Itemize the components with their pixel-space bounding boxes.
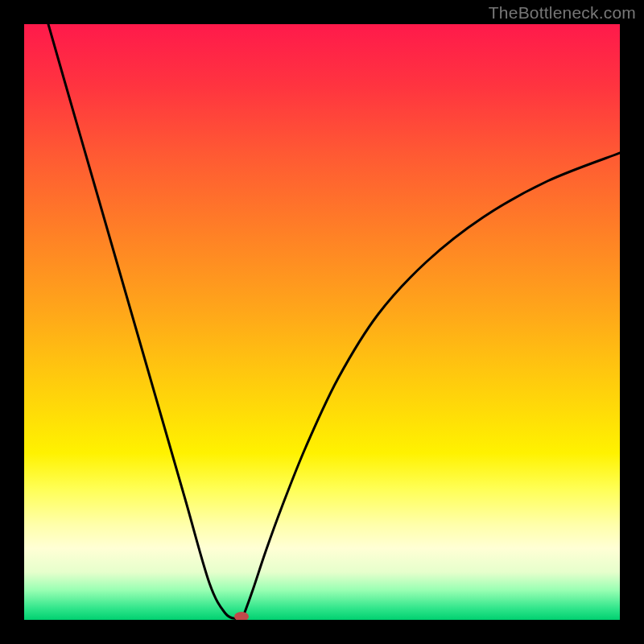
plot-area (24, 24, 620, 620)
left-branch-path (48, 24, 242, 620)
minimum-marker (234, 612, 249, 620)
chart-frame: TheBottleneck.com (0, 0, 644, 644)
bottleneck-curve (24, 24, 620, 620)
watermark-text: TheBottleneck.com (489, 3, 636, 23)
right-branch-path (242, 153, 620, 620)
